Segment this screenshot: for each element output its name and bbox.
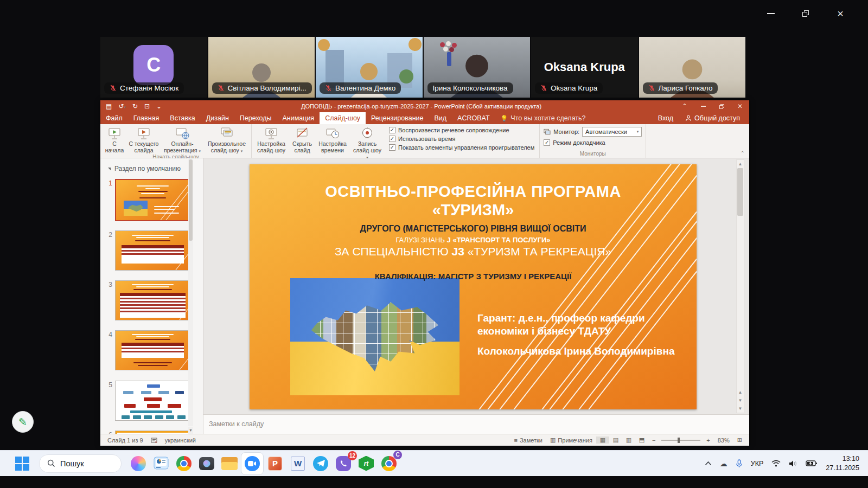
participant-tile[interactable]: C Стефанія Мосіюк (100, 37, 207, 98)
rt-app-icon[interactable]: rt (355, 452, 378, 475)
slide-thumbnail[interactable] (115, 230, 190, 271)
tab-animations[interactable]: Анимация (277, 112, 320, 124)
powerpoint-app-icon[interactable]: P (264, 452, 286, 475)
notes-pane[interactable]: Заметки к слайду (203, 414, 749, 434)
zoom-slider[interactable] (661, 440, 700, 441)
checkbox-play-narrations[interactable]: ✓ Воспроизвести речевое сопровождение (389, 127, 534, 133)
slide-thumbnail[interactable] (115, 330, 190, 370)
customize-qat-icon[interactable]: ⌄ (156, 103, 162, 110)
spellcheck-icon[interactable] (147, 437, 161, 444)
slideshow-view-button[interactable]: ⬒ (635, 436, 648, 444)
collapse-ribbon-icon[interactable]: ⌃ (741, 150, 745, 156)
tab-file[interactable]: Файл (100, 112, 128, 124)
tab-transitions[interactable]: Переходы (234, 112, 277, 124)
tray-chevron-icon[interactable] (705, 461, 712, 466)
onedrive-cloud-icon[interactable]: ☁ (720, 459, 727, 468)
next-slide-icon[interactable]: ▼ (738, 396, 743, 404)
zoom-in-button[interactable]: + (703, 437, 713, 444)
slide-thumbnail[interactable] (115, 179, 190, 221)
tab-insert[interactable]: Вставка (164, 112, 200, 124)
ribbon-display-options-icon[interactable]: ⌃ (675, 100, 694, 112)
participant-tile[interactable]: Світлана Володимирі... (208, 37, 315, 98)
tab-view[interactable]: Вид (429, 112, 452, 124)
scroll-up-icon[interactable]: ▲ (738, 160, 743, 168)
participant-tile[interactable]: Лариса Гопкало (639, 37, 746, 98)
viber-app-icon[interactable]: 12 (332, 452, 355, 475)
setup-slideshow-button[interactable]: Настройка слайд-шоу (253, 125, 289, 160)
start-button[interactable] (11, 452, 34, 475)
slide-thumbnail[interactable] (115, 431, 190, 434)
slide-canvas[interactable]: ОСВІТНЬО-ПРОФЕСІЙНА ПРОГРАМА «ТУРИЗМ» ДР… (250, 164, 697, 409)
reading-view-button[interactable]: ▥ (622, 436, 635, 444)
zoom-out-button[interactable]: − (648, 437, 659, 444)
participant-tile-active-speaker[interactable]: Ірина Колокольчикова (424, 37, 531, 98)
zoom-app-icon[interactable] (241, 452, 264, 475)
comments-toggle-button[interactable]: ▥ Примечания (546, 436, 596, 444)
slide-thumbnail[interactable] (115, 381, 190, 421)
sign-in-button[interactable]: Вход (653, 112, 678, 124)
close-icon[interactable]: ✕ (731, 100, 749, 112)
restore-icon[interactable] (800, 8, 812, 20)
section-header[interactable]: Раздел по умолчанию (100, 158, 203, 172)
scrollbar-thumb[interactable] (737, 168, 743, 216)
tab-home[interactable]: Главная (128, 112, 165, 124)
share-button[interactable]: Общий доступ (680, 112, 745, 124)
camera-app-icon[interactable] (195, 452, 218, 475)
undo-icon[interactable]: ↺▾ (118, 103, 126, 110)
presentation-settings-app-icon[interactable] (150, 452, 173, 475)
checkbox-presenter-view[interactable]: ✓ Режим докладчика (541, 137, 644, 146)
record-slideshow-button[interactable]: Запись слайд-шоу ▾ (350, 125, 385, 160)
tab-acrobat[interactable]: ACROBAT (452, 112, 495, 124)
monitor-dropdown[interactable]: Автоматически ▾ (582, 127, 642, 137)
from-current-slide-button[interactable]: С текущего слайда (127, 125, 161, 154)
previous-slide-icon[interactable]: ▲ (738, 388, 743, 396)
language-indicator[interactable]: украинский (161, 437, 200, 444)
annotate-pencil-button[interactable]: ✎ (12, 411, 34, 433)
word-app-icon[interactable]: W (286, 452, 309, 475)
chrome-profile-app-icon[interactable]: C (378, 452, 400, 475)
slide-thumbnail[interactable] (115, 280, 190, 320)
slide-sorter-view-button[interactable]: ▤ (609, 436, 622, 444)
thumbnail-scroll-down-icon[interactable]: ▼ (188, 427, 193, 434)
ukraine-map-collage[interactable] (290, 278, 459, 395)
redo-icon[interactable]: ↻ (132, 103, 138, 110)
custom-slideshow-button[interactable]: Произвольное слайд-шоу ▾ (204, 125, 250, 154)
fit-to-window-button[interactable]: ⊞ (733, 436, 746, 444)
speaker-icon[interactable] (789, 460, 797, 467)
tab-design[interactable]: Дизайн (201, 112, 234, 124)
editor-vertical-scrollbar[interactable]: ▲ ▲ ▼ ▼ (736, 159, 744, 413)
tab-review[interactable]: Рецензирование (366, 112, 429, 124)
present-online-button[interactable]: Онлайн-презентация ▾ (161, 125, 204, 154)
wifi-icon[interactable] (771, 460, 781, 467)
copilot-app-icon[interactable] (127, 452, 150, 475)
checkbox-use-timings[interactable]: ✓ Использовать время (389, 136, 534, 142)
restore-icon[interactable] (712, 100, 731, 112)
file-explorer-app-icon[interactable] (218, 452, 241, 475)
language-switcher[interactable]: УКР (751, 460, 764, 467)
start-slideshow-icon[interactable]: ⊡ (144, 103, 150, 110)
taskbar-search[interactable]: Пошук (39, 454, 122, 473)
hide-slide-button[interactable]: Скрыть слайд (289, 125, 315, 160)
thumbnail-scrollbar[interactable] (188, 159, 193, 426)
save-icon[interactable]: ▤ (106, 103, 112, 110)
scroll-down-icon[interactable]: ▼ (738, 404, 743, 413)
rehearse-timings-button[interactable]: Настройка времени (315, 125, 350, 160)
participant-tile[interactable]: Oksana Krupa Oksana Krupa (531, 37, 638, 98)
minimize-icon[interactable] (765, 8, 777, 20)
zoom-slider-knob[interactable] (678, 438, 680, 443)
microphone-icon[interactable] (736, 459, 743, 468)
tab-slideshow[interactable]: Слайд-шоу (320, 112, 366, 124)
from-beginning-button[interactable]: С начала (102, 125, 127, 154)
checkbox-show-media-controls[interactable]: ✓ Показать элементы управления проигрыва… (389, 144, 534, 151)
notes-toggle-button[interactable]: ≡ Заметки (510, 437, 546, 444)
participant-tile[interactable]: Валентина Демко (316, 37, 423, 98)
tell-me-box[interactable]: 💡 Что вы хотите сделать? (495, 112, 591, 124)
minimize-icon[interactable] (694, 100, 712, 112)
chrome-app-icon[interactable] (173, 452, 195, 475)
slide-title-block[interactable]: ОСВІТНЬО-ПРОФЕСІЙНА ПРОГРАМА «ТУРИЗМ» ДР… (250, 183, 697, 281)
zoom-level[interactable]: 83% (714, 437, 733, 444)
telegram-app-icon[interactable] (309, 452, 332, 475)
battery-icon[interactable] (806, 460, 818, 467)
close-icon[interactable]: × (834, 8, 846, 20)
normal-view-button[interactable]: ▦ (596, 436, 609, 444)
